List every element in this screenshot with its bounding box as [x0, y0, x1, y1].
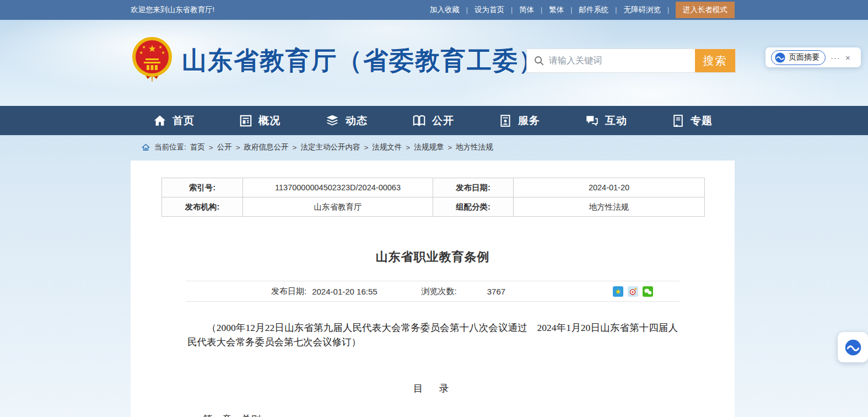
- info-value-index: 11370000004502323D/2024-00063: [243, 178, 433, 197]
- svg-text:★: ★: [148, 44, 156, 54]
- nav-item-disclosure[interactable]: 公开: [412, 114, 454, 128]
- info-value-agency: 山东省教育厅: [243, 197, 433, 217]
- publish-date-value: 2024-01-20 16:55: [312, 287, 377, 296]
- page-summary-button[interactable]: 页面摘要: [771, 50, 826, 65]
- publish-date-label: 发布日期:: [271, 286, 306, 297]
- article-title: 山东省职业教育条例: [131, 249, 735, 265]
- article-meta-row: 发布日期: 2024-01-20 16:55 浏览次数: 3767 ★: [186, 281, 680, 301]
- search-icon: [533, 55, 544, 66]
- info-label-agency: 发布机构:: [162, 197, 243, 217]
- separator: |: [570, 6, 572, 14]
- info-label-pubdate: 发布日期:: [433, 178, 514, 197]
- national-emblem-logo: ★ ★ ★ ★ ★: [132, 36, 172, 85]
- page-summary-label: 页面摘要: [789, 52, 820, 62]
- breadcrumb-item-regulation-files[interactable]: 法规文件: [372, 142, 402, 152]
- topbar-link-homepage[interactable]: 设为首页: [475, 5, 504, 15]
- breadcrumb-separator: >: [448, 143, 452, 152]
- overview-icon: [239, 114, 253, 128]
- svg-text:★: ★: [139, 50, 143, 55]
- separator: |: [466, 6, 468, 14]
- nav-label: 互动: [605, 114, 627, 128]
- qzone-share-icon[interactable]: ★: [613, 286, 623, 297]
- nav-item-news[interactable]: 动态: [325, 114, 368, 128]
- breadcrumb-separator: >: [236, 143, 240, 152]
- widget-close-icon[interactable]: ×: [845, 53, 850, 62]
- nav-label: 专题: [691, 114, 713, 128]
- breadcrumb-item-regulations[interactable]: 法规规章: [414, 142, 444, 152]
- nav-item-topics[interactable]: 专题: [671, 114, 713, 128]
- summary-wave-icon: [775, 52, 785, 63]
- assistant-wave-icon: [845, 339, 861, 356]
- search-input[interactable]: [549, 56, 695, 66]
- topbar-links: 加入收藏 | 设为首页 | 简体 | 繁体 | 邮件系统 | 无障碍浏览 | 进…: [430, 2, 735, 18]
- views-label: 浏览次数:: [422, 286, 457, 297]
- document-info-table: 索引号: 11370000004502323D/2024-00063 发布日期:…: [161, 178, 705, 217]
- breadcrumb-home-icon: [141, 143, 150, 152]
- page: 欢迎您来到山东省教育厅! 加入收藏 | 设为首页 | 简体 | 繁体 | 邮件系…: [0, 0, 868, 417]
- breadcrumb-prefix: 当前位置:: [154, 142, 186, 152]
- breadcrumb-separator: >: [209, 143, 213, 152]
- masthead: ★ ★ ★ ★ ★ 山东省教育厅（省委教育工委） 搜索: [0, 20, 868, 106]
- svg-text:★: ★: [161, 50, 165, 55]
- info-label-category: 组配分类:: [433, 197, 514, 217]
- weibo-share-icon[interactable]: [628, 286, 638, 297]
- svg-text:★: ★: [615, 288, 621, 296]
- breadcrumb: 当前位置: 首页 > 公开 > 政府信息公开 > 法定主动公开内容 > 法规文件…: [141, 142, 493, 152]
- news-icon: [325, 114, 340, 128]
- welcome-text: 欢迎您来到山东省教育厅!: [131, 5, 214, 15]
- nav-label: 动态: [346, 114, 368, 128]
- nav-label: 概况: [258, 114, 281, 128]
- table-row: 索引号: 11370000004502323D/2024-00063 发布日期:…: [162, 178, 705, 197]
- page-summary-widget: 页面摘要 ··· ×: [765, 47, 861, 67]
- breadcrumb-item-home[interactable]: 首页: [190, 142, 205, 152]
- share-icons: ★: [613, 286, 653, 297]
- nav-item-overview[interactable]: 概况: [239, 114, 281, 128]
- assistant-float-button[interactable]: [838, 332, 868, 362]
- main-nav: 首页 概况 动态: [0, 106, 868, 135]
- elder-mode-button[interactable]: 进入长者模式: [676, 2, 735, 18]
- views-value: 3767: [487, 287, 505, 296]
- service-icon: [498, 114, 513, 128]
- info-value-category: 地方性法规: [514, 197, 705, 217]
- article-lead-paragraph: （2000年12月22日山东省第九届人民代表大会常务委员会第十八次会议通过 20…: [187, 320, 678, 349]
- separator: |: [511, 6, 513, 14]
- svg-text:★: ★: [158, 45, 162, 50]
- article-body: （2000年12月22日山东省第九届人民代表大会常务委员会第十八次会议通过 20…: [187, 320, 678, 417]
- top-utility-bar: 欢迎您来到山东省教育厅! 加入收藏 | 设为首页 | 简体 | 繁体 | 邮件系…: [0, 0, 868, 20]
- search-input-wrap: [527, 49, 695, 72]
- interact-icon: [584, 114, 600, 128]
- breadcrumb-item-disclosure[interactable]: 公开: [217, 142, 232, 152]
- topbar-link-favorite[interactable]: 加入收藏: [430, 5, 460, 15]
- breadcrumb-separator: >: [364, 143, 368, 152]
- nav-item-home[interactable]: 首页: [153, 114, 195, 128]
- search-button[interactable]: 搜索: [695, 49, 735, 72]
- breadcrumb-item-statutory[interactable]: 法定主动公开内容: [300, 142, 360, 152]
- content-panel: 索引号: 11370000004502323D/2024-00063 发布日期:…: [131, 161, 735, 417]
- nav-label: 公开: [432, 114, 454, 128]
- topbar-link-traditional[interactable]: 繁体: [549, 5, 564, 15]
- divider: [186, 301, 680, 302]
- topbar-link-mail[interactable]: 邮件系统: [579, 5, 608, 15]
- info-label-index: 索引号:: [162, 178, 243, 197]
- breadcrumb-item-local-regulations[interactable]: 地方性法规: [456, 142, 493, 152]
- separator: |: [541, 6, 542, 14]
- breadcrumb-separator: >: [293, 143, 297, 152]
- svg-text:★: ★: [142, 45, 145, 50]
- site-title: 山东省教育厅（省委教育工委）: [182, 44, 544, 77]
- widget-more-button[interactable]: ···: [831, 53, 840, 62]
- table-row: 发布机构: 山东省教育厅 组配分类: 地方性法规: [162, 197, 705, 217]
- open-book-icon: [412, 114, 427, 128]
- separator: |: [615, 6, 617, 14]
- nav-item-interaction[interactable]: 互动: [584, 114, 627, 128]
- home-icon: [153, 114, 167, 128]
- toc-title: 目 录: [187, 381, 678, 395]
- breadcrumb-item-gov-info[interactable]: 政府信息公开: [244, 142, 289, 152]
- breadcrumb-separator: >: [406, 143, 410, 152]
- separator: |: [667, 6, 669, 14]
- topics-icon: [671, 114, 685, 128]
- wechat-share-icon[interactable]: [643, 286, 653, 297]
- search-box: 搜索: [526, 49, 736, 73]
- nav-item-services[interactable]: 服务: [498, 114, 540, 128]
- topbar-link-simplified[interactable]: 简体: [519, 5, 534, 15]
- topbar-link-accessibility[interactable]: 无障碍浏览: [623, 5, 661, 15]
